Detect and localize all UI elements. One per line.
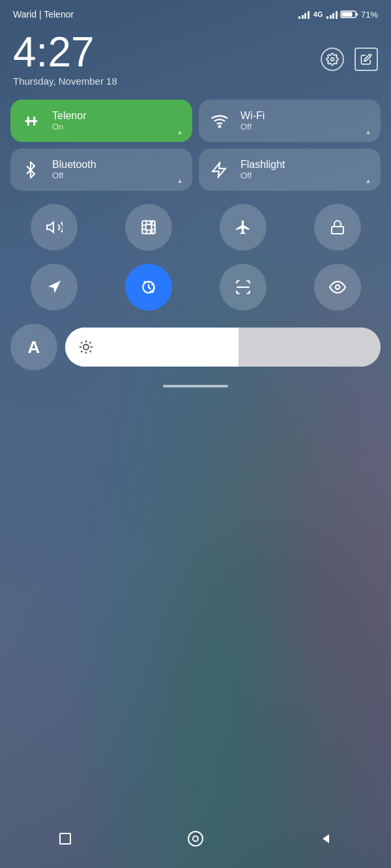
- svg-marker-8: [212, 163, 225, 177]
- wifi-status: Off: [240, 122, 265, 132]
- telenor-icon: [22, 112, 43, 130]
- airplane-button[interactable]: [220, 204, 267, 251]
- edit-icon[interactable]: [355, 48, 378, 71]
- svg-point-29: [193, 836, 198, 841]
- home-indicator: [0, 377, 391, 395]
- svg-point-7: [219, 126, 220, 127]
- tile-bluetooth[interactable]: Bluetooth Off ▲: [10, 148, 192, 191]
- location-button[interactable]: [31, 264, 78, 311]
- scan-button[interactable]: [220, 264, 267, 311]
- wifi-icon: [210, 112, 231, 130]
- recents-button[interactable]: [52, 826, 78, 852]
- clock-icons: [321, 48, 378, 71]
- clock-left: 4:27 Thursday, November 18: [13, 31, 117, 87]
- brightness-slider[interactable]: [65, 328, 381, 367]
- svg-marker-30: [323, 834, 329, 843]
- status-bar: Warid | Telenor 4G: [0, 0, 391, 25]
- home-bar[interactable]: [163, 385, 228, 387]
- clock-time: 4:27: [13, 31, 117, 73]
- status-icons: 4G 71%: [298, 10, 378, 20]
- clock-date: Thursday, November 18: [13, 76, 117, 87]
- signal-icon-1: [298, 10, 310, 19]
- quick-tiles: Telenor On ▲ Wi-Fi Off ▲: [0, 93, 391, 197]
- brightness-icon: [78, 339, 94, 355]
- svg-rect-1: [356, 13, 358, 16]
- nav-bar: [0, 816, 391, 868]
- font-button[interactable]: A: [10, 324, 57, 371]
- icon-buttons-row1: [0, 197, 391, 257]
- lock-button[interactable]: [314, 204, 361, 251]
- svg-point-28: [188, 832, 203, 846]
- bluetooth-text: Bluetooth Off: [52, 159, 96, 180]
- clock-area: 4:27 Thursday, November 18: [0, 25, 391, 93]
- tile-wifi[interactable]: Wi-Fi Off ▲: [199, 100, 381, 142]
- icon-buttons-row2: [0, 257, 391, 317]
- svg-rect-10: [142, 221, 155, 234]
- bluetooth-arrow: ▲: [177, 177, 183, 184]
- svg-point-17: [335, 285, 340, 290]
- flashlight-name: Flashlight: [240, 159, 285, 171]
- tile-flashlight[interactable]: Flashlight Off ▲: [199, 148, 381, 191]
- flashlight-text: Flashlight Off: [240, 159, 285, 180]
- privacy-button[interactable]: [314, 264, 361, 311]
- bluetooth-name: Bluetooth: [52, 159, 96, 171]
- wifi-arrow: ▲: [365, 128, 371, 135]
- back-button[interactable]: [313, 826, 339, 852]
- svg-rect-13: [332, 227, 343, 234]
- settings-icon[interactable]: [321, 48, 344, 71]
- svg-marker-14: [48, 281, 61, 293]
- wifi-text: Wi-Fi Off: [240, 110, 265, 132]
- svg-rect-2: [341, 12, 352, 17]
- network-badge: 4G: [313, 10, 323, 18]
- telenor-name: Telenor: [52, 110, 86, 122]
- svg-line-22: [90, 351, 91, 352]
- signal-icon-2: [326, 10, 338, 19]
- telenor-arrow: ▲: [177, 128, 183, 135]
- flashlight-arrow: ▲: [365, 177, 371, 184]
- wifi-name: Wi-Fi: [240, 110, 265, 122]
- autorotate-button[interactable]: [125, 264, 172, 311]
- battery-icon: [340, 10, 358, 19]
- telenor-status: On: [52, 122, 86, 132]
- svg-rect-27: [60, 833, 70, 844]
- brightness-row: A: [0, 317, 391, 377]
- svg-line-25: [81, 351, 82, 352]
- mute-button[interactable]: [31, 204, 78, 251]
- font-label: A: [28, 337, 40, 357]
- svg-line-21: [81, 342, 82, 343]
- svg-point-18: [83, 344, 89, 350]
- svg-rect-12: [145, 225, 151, 231]
- brightness-unfill: [239, 328, 381, 367]
- carrier-label: Warid | Telenor: [13, 9, 74, 20]
- svg-line-26: [90, 342, 91, 343]
- svg-point-3: [331, 57, 334, 61]
- flashlight-status: Off: [240, 171, 285, 180]
- bluetooth-icon: [22, 161, 43, 178]
- battery-percent: 71%: [361, 10, 378, 20]
- flashlight-icon: [210, 161, 231, 178]
- home-button[interactable]: [182, 826, 209, 852]
- svg-marker-9: [47, 222, 53, 232]
- screenshot-button[interactable]: [125, 204, 172, 251]
- tile-telenor[interactable]: Telenor On ▲: [10, 100, 192, 142]
- telenor-text: Telenor On: [52, 110, 86, 132]
- bluetooth-status: Off: [52, 171, 96, 180]
